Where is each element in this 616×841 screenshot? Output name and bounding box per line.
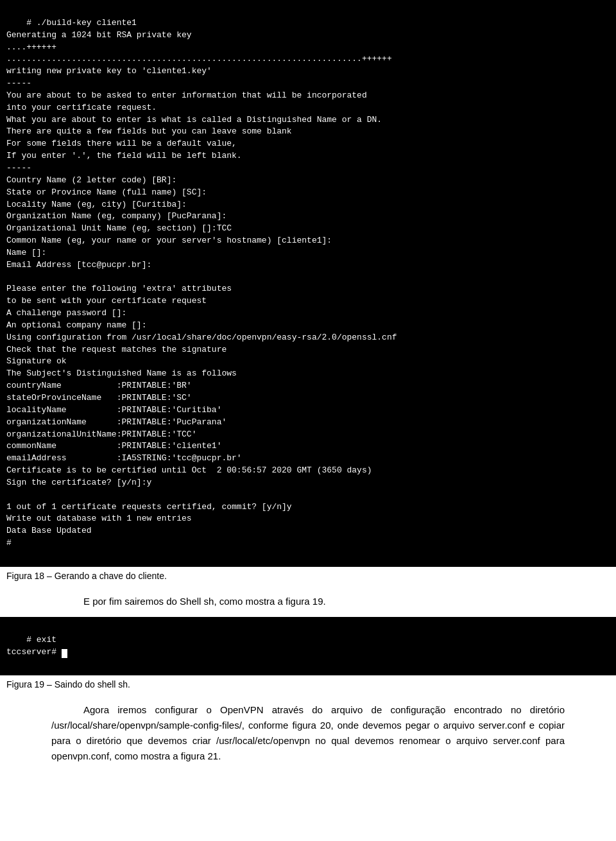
paragraph-2: Agora iremos configurar o OpenVPN atravé… — [0, 696, 616, 772]
terminal-output-2: # exit tccserver# — [6, 635, 67, 657]
terminal-block-2: # exit tccserver# — [0, 617, 616, 675]
figure-19-caption: Figura 19 – Saindo do shell sh. — [0, 675, 616, 696]
terminal-output-1: # ./build-key cliente1 Generating a 1024… — [6, 18, 397, 548]
terminal-cursor — [62, 649, 67, 658]
terminal-block-1: # ./build-key cliente1 Generating a 1024… — [0, 0, 616, 567]
page-container: # ./build-key cliente1 Generating a 1024… — [0, 0, 616, 772]
paragraph-1: E por fim sairemos do Shell sh, como mos… — [0, 587, 616, 617]
figure-18-caption: Figura 18 – Gerando a chave do cliente. — [0, 567, 616, 587]
